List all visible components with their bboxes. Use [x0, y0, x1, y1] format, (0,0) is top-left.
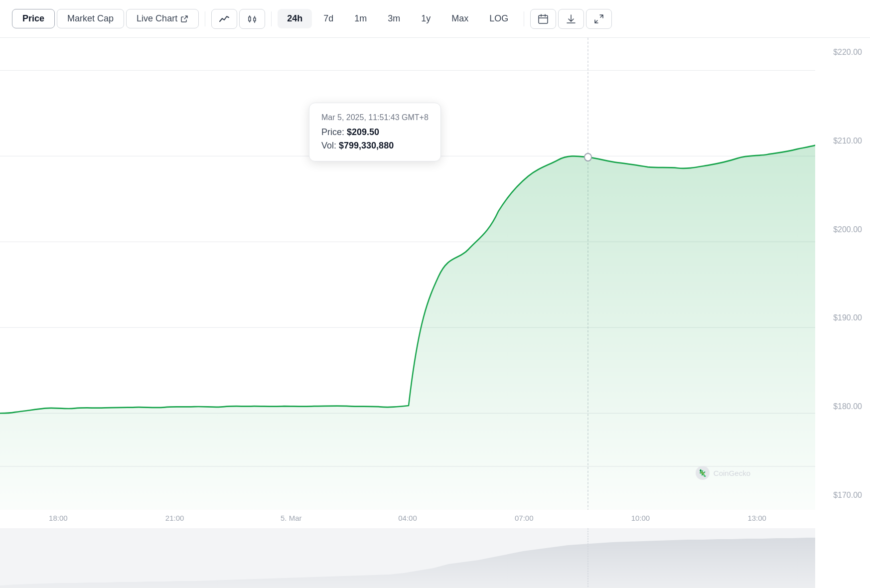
bottom-section: 18:00 21:00 5. Mar 04:00 07:00 10:00 13:… — [0, 510, 870, 588]
period-7d[interactable]: 7d — [314, 9, 343, 28]
external-link-icon — [180, 15, 188, 23]
svg-rect-3 — [254, 18, 256, 21]
chart-main: Mar 5, 2025, 11:51:43 GMT+8 Price: $209.… — [0, 38, 815, 510]
volume-chart — [0, 528, 815, 588]
y-label-170: $170.00 — [819, 491, 862, 500]
separator-2 — [271, 11, 272, 26]
download-icon — [566, 13, 577, 24]
toolbar: Price Market Cap Live Chart — [0, 0, 870, 38]
period-max[interactable]: Max — [442, 9, 478, 28]
line-chart-button[interactable] — [211, 9, 237, 29]
y-label-200: $200.00 — [819, 225, 862, 234]
chart-container: Price Market Cap Live Chart — [0, 0, 870, 588]
x-label-1800: 18:00 — [0, 514, 117, 522]
calendar-button[interactable] — [530, 9, 556, 29]
download-button[interactable] — [558, 9, 584, 29]
x-label-5mar: 5. Mar — [233, 514, 349, 522]
line-chart-icon — [219, 13, 230, 24]
x-label-1300: 13:00 — [699, 514, 815, 522]
separator-1 — [205, 11, 205, 26]
price-chart-svg — [0, 38, 815, 510]
x-label-0400: 04:00 — [349, 514, 466, 522]
tab-price[interactable]: Price — [12, 9, 55, 28]
tab-marketcap[interactable]: Market Cap — [57, 9, 124, 28]
tooltip-dot — [584, 153, 591, 161]
expand-button[interactable] — [586, 9, 612, 29]
y-axis: $220.00 $210.00 $200.00 $190.00 $180.00 … — [815, 38, 870, 510]
period-3m[interactable]: 3m — [378, 9, 410, 28]
tab-livechart[interactable]: Live Chart — [126, 9, 199, 28]
calendar-icon — [538, 13, 549, 24]
coingecko-logo: 🦎 — [696, 466, 710, 480]
period-24h[interactable]: 24h — [278, 9, 312, 28]
period-log[interactable]: LOG — [480, 9, 518, 28]
svg-rect-6 — [539, 15, 548, 23]
chart-area: Mar 5, 2025, 11:51:43 GMT+8 Price: $209.… — [0, 38, 870, 510]
y-label-210: $210.00 — [819, 137, 862, 146]
volume-svg — [0, 528, 815, 588]
y-label-180: $180.00 — [819, 402, 862, 411]
chart-body: Mar 5, 2025, 11:51:43 GMT+8 Price: $209.… — [0, 38, 870, 588]
x-labels: 18:00 21:00 5. Mar 04:00 07:00 10:00 13:… — [0, 510, 815, 528]
candle-chart-icon — [247, 13, 258, 24]
x-label-2100: 21:00 — [117, 514, 233, 522]
separator-3 — [524, 11, 524, 26]
candle-chart-button[interactable] — [239, 9, 265, 29]
expand-icon — [593, 13, 604, 24]
x-label-1000: 10:00 — [582, 514, 699, 522]
period-1y[interactable]: 1y — [412, 9, 440, 28]
svg-rect-0 — [249, 17, 251, 21]
y-label-220: $220.00 — [819, 48, 862, 57]
coingecko-watermark: 🦎 CoinGecko — [696, 466, 750, 480]
y-label-190: $190.00 — [819, 313, 862, 322]
x-label-0700: 07:00 — [466, 514, 582, 522]
period-1m[interactable]: 1m — [345, 9, 376, 28]
